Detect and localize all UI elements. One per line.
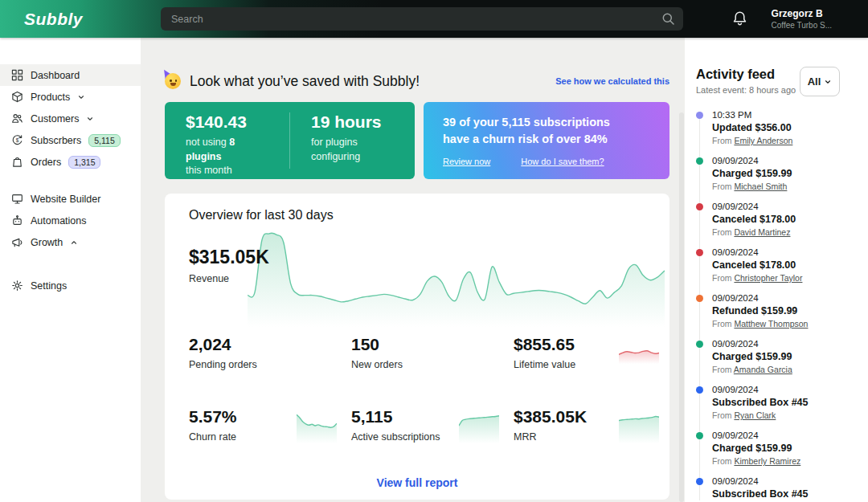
sidebar-item-growth[interactable]: Growth xyxy=(0,231,141,253)
event-time: 09/09/2024 xyxy=(712,339,868,349)
robot-icon xyxy=(11,214,23,227)
event-type-dot xyxy=(696,157,703,165)
user-menu[interactable]: Grzegorz B Coffee Turbo S... xyxy=(772,8,832,30)
activity-feed-title: Activity feed xyxy=(696,67,868,82)
stat-label: Active subscriptions xyxy=(351,431,440,443)
event-action: Charged $159.99 xyxy=(712,351,868,362)
notifications-bell-icon[interactable] xyxy=(732,10,747,27)
activity-feed-panel: Activity feed Latest event: 8 hours ago … xyxy=(685,38,868,502)
revenue-area-chart xyxy=(248,224,665,327)
savings-hours-column: 19 hours for plugins configuring xyxy=(289,112,415,169)
feed-item[interactable]: 09/09/2024 Subscribed Box #45 From Megan… xyxy=(696,476,868,502)
activity-latest-event: Latest event: 8 hours ago xyxy=(696,85,868,95)
event-time: 09/09/2024 xyxy=(712,293,868,303)
sidebar-item-website-builder[interactable]: Website Builder xyxy=(0,188,141,210)
svg-text:$: $ xyxy=(16,137,19,143)
event-type-dot xyxy=(696,341,703,348)
event-time: 09/09/2024 xyxy=(712,247,868,257)
event-time: 09/09/2024 xyxy=(712,431,868,440)
feed-item[interactable]: 09/09/2024 Refunded $159.99 From Matthew… xyxy=(696,293,868,329)
churn-risk-card: 39 of your 5,115 subscriptions have a ch… xyxy=(424,102,669,179)
savings-hours: 19 hours xyxy=(311,112,394,132)
stat-value: $385.05K xyxy=(514,407,587,426)
stat-value: 5.57% xyxy=(189,407,237,426)
savings-plugins-line: not using 8 plugins xyxy=(186,136,268,164)
event-action: Subscribed Box #45 xyxy=(712,397,868,408)
customer-link[interactable]: Michael Smith xyxy=(734,182,787,191)
subbly-logo[interactable]: Subbly xyxy=(24,10,83,28)
bag-icon xyxy=(11,156,23,168)
main-content: Look what you’ve saved with Subbly! See … xyxy=(141,38,685,502)
customer-link[interactable]: Kimberly Ramirez xyxy=(734,456,800,466)
hours-line1: for plugins xyxy=(311,136,394,150)
event-action: Canceled $178.00 xyxy=(712,214,868,225)
churn-risk-title: 39 of your 5,115 subscriptions have a ch… xyxy=(443,114,650,148)
search-bar xyxy=(161,7,683,31)
sidebar-item-subscrbers[interactable]: $ Subscrbers 5,115 xyxy=(0,129,141,151)
customer-link[interactable]: Amanda Garcia xyxy=(734,365,792,374)
sidebar-item-settings[interactable]: Settings xyxy=(0,275,141,296)
review-now-link[interactable]: Review now xyxy=(443,157,490,166)
scrollbar[interactable] xyxy=(679,112,684,502)
customer-link[interactable]: Ryan Clark xyxy=(734,410,776,420)
event-from: From Kimberly Ramirez xyxy=(712,456,868,466)
event-time: 09/09/2024 xyxy=(712,156,868,165)
feed-item[interactable]: 09/09/2024 Charged $159.99 From Kimberly… xyxy=(696,431,868,466)
event-action: Charged $159.99 xyxy=(712,443,868,454)
sidebar-item-products[interactable]: Products xyxy=(0,86,141,108)
event-type-dot xyxy=(696,203,703,210)
chevron-down-icon xyxy=(824,78,832,86)
stat-pending-orders: 2,024 Pending orders xyxy=(189,335,351,371)
event-type-dot xyxy=(696,386,703,394)
customer-link[interactable]: Christopher Taylor xyxy=(734,273,802,283)
customer-link[interactable]: Emily Anderson xyxy=(734,136,792,145)
feed-item[interactable]: 09/09/2024 Canceled $178.00 From David M… xyxy=(696,202,868,237)
event-type-dot xyxy=(696,478,703,485)
event-time: 09/09/2024 xyxy=(712,476,868,486)
feed-item[interactable]: 09/09/2024 Canceled $178.00 From Christo… xyxy=(696,247,868,283)
stat-mrr: $385.05K MRR xyxy=(514,406,661,443)
megaphone-icon xyxy=(11,236,23,248)
event-from: From Matthew Thompson xyxy=(712,319,868,329)
user-name: Grzegorz B xyxy=(772,8,832,19)
feed-item[interactable]: 10:33 PM Updated $356.00 From Emily Ande… xyxy=(696,110,868,145)
event-from: From Christopher Taylor xyxy=(712,273,868,283)
stat-label: New orders xyxy=(351,358,403,371)
stat-active-subscriptions: 5,115 Active subscriptions xyxy=(351,406,514,443)
revenue-label: Revenue xyxy=(189,272,269,285)
event-action: Updated $356.00 xyxy=(712,122,868,133)
revenue-value: $315.05K xyxy=(189,247,269,268)
sidebar-item-dashboard[interactable]: Dashboard xyxy=(0,64,141,86)
customer-link[interactable]: Matthew Thompson xyxy=(734,319,808,329)
event-action: Charged $159.99 xyxy=(712,168,868,179)
sidebar-item-orders[interactable]: Orders 1,315 xyxy=(0,151,141,173)
logo-area: Subbly xyxy=(0,10,141,29)
event-action: Refunded $159.99 xyxy=(712,305,868,316)
sidebar-item-automations[interactable]: Automations xyxy=(0,210,141,231)
event-from: From Ryan Clark xyxy=(712,410,868,420)
event-from: From Michael Smith xyxy=(712,182,868,191)
customer-link[interactable]: David Martinez xyxy=(734,227,790,237)
stat-value: $855.65 xyxy=(514,335,575,354)
feed-item[interactable]: 09/09/2024 Charged $159.99 From Michael … xyxy=(696,156,868,191)
event-action: Subscribed Box #45 xyxy=(712,488,868,500)
see-calculation-link[interactable]: See how we calculated this xyxy=(555,76,669,86)
sidebar-item-customers[interactable]: Customers xyxy=(0,108,141,129)
event-type-dot xyxy=(696,295,703,302)
how-to-save-link[interactable]: How do I save them? xyxy=(521,157,604,166)
party-face-emoji xyxy=(165,72,182,90)
stat-value: 150 xyxy=(351,335,403,354)
savings-title: Look what you’ve saved with Subbly! xyxy=(190,73,420,90)
churn-rate-sparkline xyxy=(297,406,337,443)
activity-filter-dropdown[interactable]: All xyxy=(800,67,840,96)
feed-item[interactable]: 09/09/2024 Subscribed Box #45 From Ryan … xyxy=(696,385,868,420)
feed-item[interactable]: 09/09/2024 Charged $159.99 From Amanda G… xyxy=(696,339,868,374)
search-input[interactable] xyxy=(161,7,683,31)
box-icon xyxy=(11,91,23,103)
chevron-up-icon xyxy=(70,239,78,247)
overview-stats-grid: 2,024 Pending orders 150 New orders $855… xyxy=(189,335,661,443)
event-from: From Emily Anderson xyxy=(712,136,868,145)
savings-header: Look what you’ve saved with Subbly! See … xyxy=(165,72,669,90)
stat-label: Lifetime value xyxy=(514,358,575,371)
view-full-report-link[interactable]: View full report xyxy=(165,476,669,489)
